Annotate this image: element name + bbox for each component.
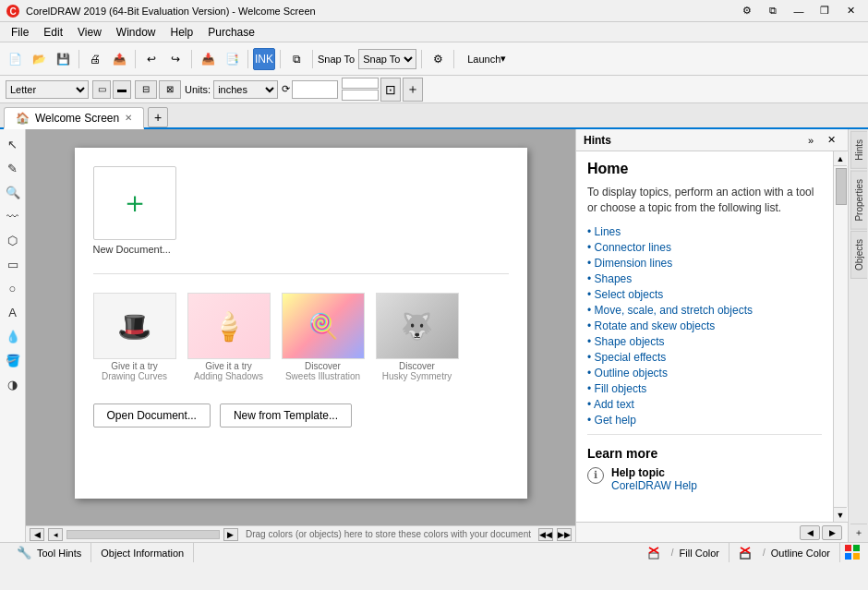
hint-link-move[interactable]: Move, scale, and stretch objects [587, 304, 822, 317]
hint-link-lines[interactable]: Lines [587, 225, 822, 238]
rtab-add-btn[interactable]: ＋ [850, 524, 867, 540]
page-frame-btn[interactable]: ⊡ [380, 78, 401, 102]
canvas-page[interactable]: ＋ New Document... 🎩 Give it a try [75, 148, 527, 499]
tab-welcome[interactable]: 🏠 Welcome Screen ✕ [4, 107, 144, 129]
shape-edit-tool[interactable]: ⬡ [2, 229, 24, 251]
dim1-input[interactable]: 0.25 " [342, 78, 379, 89]
hint-link-gethelp[interactable]: Get help [587, 414, 822, 427]
menu-file[interactable]: File [4, 22, 36, 42]
hints-nav-forward[interactable]: ▶ [822, 525, 842, 540]
page-view-btn[interactable]: ⊠ [159, 80, 181, 99]
portrait-btn[interactable]: ▭ [92, 80, 111, 99]
import-btn[interactable]: 📥 [197, 48, 219, 70]
select-tool[interactable]: ↖ [2, 133, 24, 155]
print-btn[interactable]: 🖨 [84, 48, 106, 70]
close-button[interactable]: ✕ [838, 3, 862, 19]
ink-btn[interactable]: INK [253, 48, 275, 70]
page-prev-btn[interactable]: ◂ [48, 528, 63, 541]
redo-btn[interactable]: ↪ [164, 48, 187, 70]
paper-size-group: Letter [6, 80, 89, 99]
coreldraw-help-link[interactable]: CorelDRAW Help [611, 479, 697, 492]
hints-scroll-thumb[interactable] [836, 168, 847, 205]
thumb-cap: 🎩 [94, 294, 175, 358]
page-layout-btn[interactable]: ⊟ [135, 80, 157, 99]
new-from-template-button[interactable]: New from Template... [220, 403, 352, 427]
hint-link-text[interactable]: Add text [587, 398, 822, 411]
hint-link-shapes[interactable]: Shapes [587, 272, 822, 285]
ellipse-tool[interactable]: ○ [2, 277, 24, 299]
new-doc-button[interactable]: ＋ [93, 166, 176, 240]
rtab-hints[interactable]: Hints [850, 131, 867, 169]
fill-slash: / [671, 548, 674, 558]
undo-btn[interactable]: ↩ [140, 48, 163, 70]
menu-view[interactable]: View [70, 22, 109, 42]
export-btn[interactable]: 📤 [108, 48, 130, 70]
add-tab-button[interactable]: + [148, 107, 168, 127]
gallery-item-3[interactable]: 🐺 Discover Husky Symmetry [376, 293, 459, 381]
hint-link-connector[interactable]: Connector lines [587, 241, 822, 254]
angle-input[interactable]: 0.0 ° [292, 80, 338, 99]
new-btn[interactable]: 📄 [4, 48, 26, 70]
scroll-nav-left[interactable]: ◀◀ [538, 528, 553, 541]
text-tool[interactable]: A [2, 301, 24, 323]
hint-link-fill[interactable]: Fill objects [587, 382, 822, 395]
freehand-tool[interactable]: ✎ [2, 157, 24, 179]
hints-header-controls: » ✕ [802, 132, 840, 149]
svg-rect-9 [853, 545, 860, 551]
hint-link-effects[interactable]: Special effects [587, 351, 822, 364]
shadow-tool[interactable]: ◑ [2, 373, 24, 395]
fill-tool[interactable]: 🪣 [2, 349, 24, 371]
toolbar-sep-8 [453, 50, 454, 68]
open-document-button[interactable]: Open Document... [93, 403, 211, 427]
menu-window[interactable]: Window [109, 22, 163, 42]
scroll-right-btn[interactable]: ▶ [223, 528, 238, 541]
hints-close-btn[interactable]: ✕ [822, 132, 840, 149]
eyedropper-tool[interactable]: 💧 [2, 325, 24, 347]
open-btn[interactable]: 📂 [28, 48, 50, 70]
settings-gear-btn[interactable]: ⚙ [427, 48, 449, 70]
hint-link-dimension[interactable]: Dimension lines [587, 257, 822, 270]
gallery-item-0[interactable]: 🎩 Give it a try Drawing Curves [93, 293, 176, 381]
dim2-input[interactable]: 0.25 " [342, 90, 379, 101]
tab-close-icon[interactable]: ✕ [125, 113, 132, 123]
paper-size-dropdown[interactable]: Letter [6, 80, 89, 99]
menu-edit[interactable]: Edit [36, 22, 70, 42]
rtab-objects[interactable]: Objects [850, 231, 867, 279]
rtab-properties[interactable]: Properties [850, 171, 867, 230]
menu-help[interactable]: Help [163, 22, 201, 42]
rectangle-tool[interactable]: ▭ [2, 253, 24, 275]
zoom-tool[interactable]: 🔍 [2, 181, 24, 203]
add-page-btn[interactable]: ＋ [403, 78, 423, 102]
copy-btn[interactable]: ⧉ [285, 48, 307, 70]
hints-scroll-up[interactable]: ▲ [834, 151, 847, 166]
object-info-label: Object Information [101, 548, 184, 559]
snap-dropdown[interactable]: Snap To [358, 49, 416, 69]
toolbar-sep-5 [280, 50, 281, 68]
landscape-btn[interactable]: ▬ [113, 80, 131, 99]
settings-button[interactable]: ⚙ [735, 3, 759, 19]
launch-btn[interactable]: Launch ▾ [459, 48, 514, 70]
launch-label: Launch [467, 54, 500, 65]
hint-link-rotate[interactable]: Rotate and skew objects [587, 319, 822, 332]
units-dropdown[interactable]: inches [213, 80, 278, 99]
gallery-item-1[interactable]: 🍦 Give it a try Adding Shadows [187, 293, 271, 381]
scrollbar-track[interactable] [66, 530, 220, 539]
scroll-left-btn[interactable]: ◀ [30, 528, 44, 541]
minimize-button[interactable]: — [787, 3, 811, 19]
hint-link-select[interactable]: Select objects [587, 288, 822, 301]
curve-tool[interactable]: 〰 [2, 205, 24, 227]
hints-expand-btn[interactable]: » [802, 132, 820, 149]
pdf-btn[interactable]: 📑 [221, 48, 243, 70]
save-btn[interactable]: 💾 [52, 48, 74, 70]
plus-icon: ＋ [120, 183, 150, 223]
svg-rect-8 [845, 545, 851, 551]
hint-link-shape[interactable]: Shape objects [587, 335, 822, 348]
gallery-item-2[interactable]: 🍭 Discover Sweets Illustration [282, 293, 365, 381]
hints-nav-back[interactable]: ◀ [800, 525, 820, 540]
menu-purchase[interactable]: Purchase [200, 22, 262, 42]
hint-link-outline[interactable]: Outline objects [587, 367, 822, 379]
scroll-nav-right[interactable]: ▶▶ [557, 528, 572, 541]
maximize-button[interactable]: ❒ [813, 3, 837, 19]
hints-scroll-down[interactable]: ▼ [834, 507, 847, 522]
task-view-button[interactable]: ⧉ [761, 3, 785, 19]
